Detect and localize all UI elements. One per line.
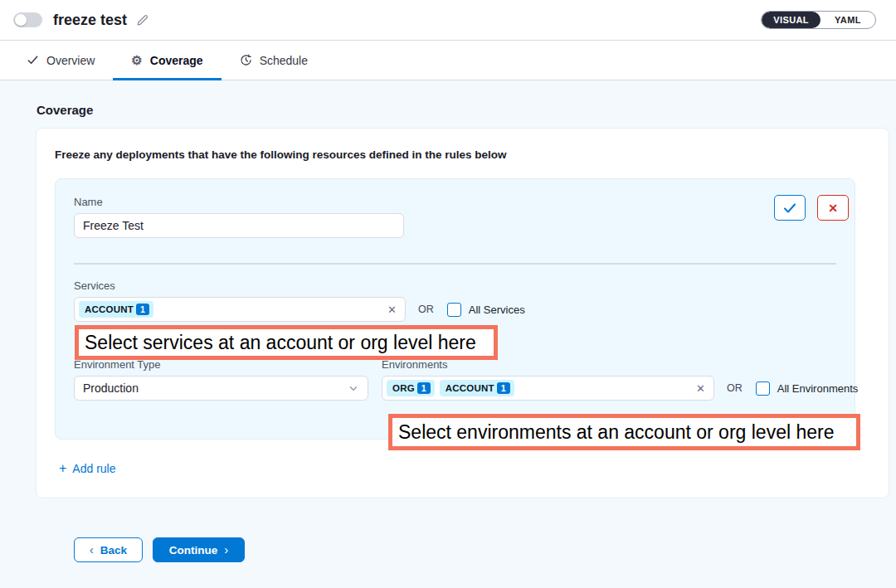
continue-button[interactable]: Continue ›: [153, 537, 245, 562]
chevron-left-icon: ‹: [90, 543, 94, 556]
tag-scope-label: ORG: [392, 383, 415, 393]
tab-schedule[interactable]: Schedule: [222, 41, 326, 80]
footer-actions: ‹ Back Continue ›: [74, 537, 889, 562]
toggle-knob: [15, 14, 27, 26]
services-multiselect[interactable]: ACCOUNT 1 ✕: [74, 297, 406, 322]
chevron-right-icon: ›: [224, 543, 228, 556]
environment-type-label: Environment Type: [74, 358, 368, 371]
gear-icon: ⚙: [131, 53, 142, 68]
instruction-text: Freeze any deployments that have the fol…: [55, 148, 870, 161]
pencil-icon[interactable]: [135, 13, 149, 27]
freeze-enable-toggle[interactable]: [13, 12, 42, 27]
rule-divider: [74, 263, 836, 265]
environment-scope-tag[interactable]: ACCOUNT 1: [440, 380, 514, 396]
environment-type-value: Production: [83, 381, 139, 395]
tag-count-badge: 1: [497, 382, 510, 394]
all-services-checkbox[interactable]: [447, 303, 461, 317]
services-label: Services: [74, 279, 836, 292]
name-label: Name: [74, 196, 836, 208]
environment-row: Environment Type Production Environments…: [74, 358, 836, 401]
environment-scope-tag[interactable]: ORG 1: [387, 380, 435, 396]
tab-overview-label: Overview: [46, 54, 95, 67]
section-title: Coverage: [37, 103, 889, 117]
tag-count-badge: 1: [136, 304, 149, 315]
check-icon: [27, 54, 39, 66]
tab-coverage-label: Coverage: [150, 54, 203, 67]
continue-button-label: Continue: [169, 544, 218, 556]
environments-or-label: OR: [727, 382, 743, 394]
tag-scope-label: ACCOUNT: [446, 383, 494, 393]
environment-type-field-group: Environment Type Production: [74, 358, 368, 401]
plus-icon: +: [59, 462, 66, 475]
tab-bar: Overview ⚙ Coverage Schedule: [0, 41, 896, 80]
tab-schedule-label: Schedule: [260, 54, 308, 67]
add-rule-link[interactable]: + Add rule: [59, 462, 116, 475]
freeze-rule-card: ✕ Name Services ACCOUNT 1: [55, 178, 855, 440]
environment-type-select[interactable]: Production: [74, 376, 368, 401]
close-icon[interactable]: ✕: [689, 382, 705, 395]
close-icon[interactable]: ✕: [381, 304, 397, 316]
tab-coverage[interactable]: ⚙ Coverage: [113, 41, 221, 80]
back-button-label: Back: [100, 544, 127, 556]
rule-name-input[interactable]: [74, 213, 404, 238]
all-services-label: All Services: [469, 304, 525, 316]
service-scope-tag[interactable]: ACCOUNT 1: [79, 301, 153, 318]
coverage-card: Freeze any deployments that have the fol…: [36, 128, 889, 498]
name-field-group: Name: [74, 196, 836, 238]
back-button[interactable]: ‹ Back: [74, 537, 143, 562]
tag-scope-label: ACCOUNT: [85, 304, 134, 314]
chevron-down-icon: [348, 382, 359, 394]
coverage-page: Coverage Freeze any deployments that hav…: [0, 80, 896, 562]
check-icon: [783, 202, 796, 214]
environments-annotation-callout: Select environments at an account or org…: [388, 414, 860, 450]
tab-overview[interactable]: Overview: [8, 41, 113, 80]
services-or-label: OR: [418, 304, 434, 315]
close-icon: ✕: [828, 202, 838, 215]
top-bar: freeze test VISUAL YAML: [0, 0, 896, 41]
visual-yaml-toggle: VISUAL YAML: [761, 11, 876, 29]
rule-actions: ✕: [774, 195, 849, 221]
environments-label: Environments: [382, 358, 714, 371]
tag-count-badge: 1: [417, 382, 431, 394]
environments-multiselect[interactable]: ORG 1 ACCOUNT 1 ✕: [382, 376, 714, 401]
all-environments-checkbox[interactable]: [756, 381, 770, 396]
confirm-rule-button[interactable]: [774, 195, 806, 221]
add-rule-label: Add rule: [72, 462, 115, 475]
schedule-clock-icon: [240, 54, 252, 66]
yaml-toggle-option[interactable]: YAML: [821, 12, 875, 28]
visual-toggle-option[interactable]: VISUAL: [762, 12, 821, 28]
all-environments-label: All Environments: [777, 382, 859, 395]
page-title: freeze test: [53, 12, 127, 29]
services-field-group: Services ACCOUNT 1 ✕ OR All Services: [74, 279, 836, 322]
services-annotation-callout: Select services at an account or org lev…: [75, 325, 498, 360]
environments-field-group: Environments ORG 1 ACCOUNT 1: [382, 358, 714, 401]
cancel-rule-button[interactable]: ✕: [817, 195, 849, 221]
